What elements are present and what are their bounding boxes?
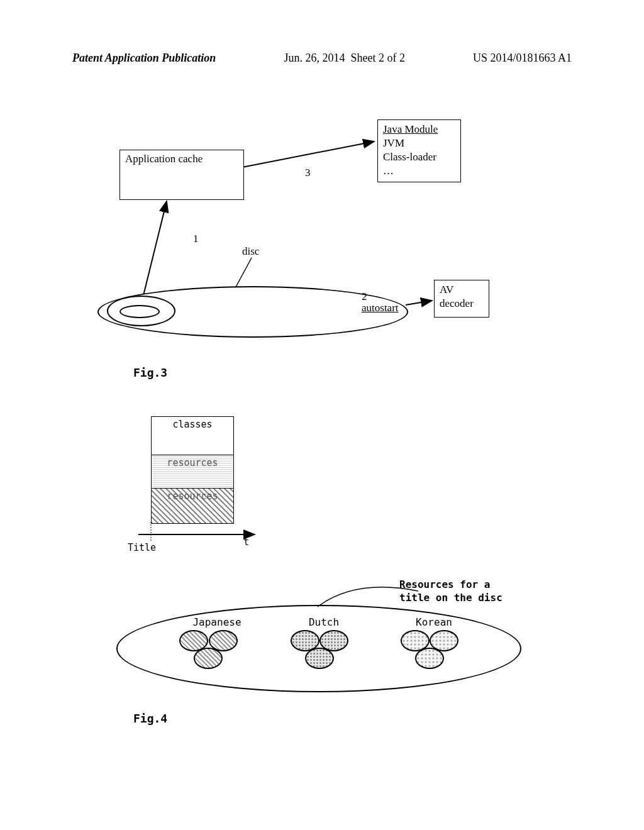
application-cache-box: Application cache	[119, 150, 244, 200]
java-module-jvm: JVM	[383, 136, 455, 150]
stack-resources-2: resources	[151, 488, 234, 524]
stack-classes: classes	[151, 416, 234, 456]
av-label: AV	[440, 283, 484, 297]
japanese-label: Japanese	[176, 616, 258, 628]
header-pubno: US 2014/0181663 A1	[473, 52, 572, 65]
fig3-caption: Fig.3	[133, 366, 167, 379]
label-2: 2	[362, 290, 367, 303]
label-autostart: autostart	[362, 302, 399, 314]
dutch-disc-3	[305, 648, 334, 669]
page-header: Patent Application Publication Jun. 26, …	[0, 52, 644, 65]
japanese-group: Japanese	[176, 616, 258, 628]
application-cache-label: Application cache	[125, 153, 203, 165]
label-disc: disc	[242, 245, 259, 258]
svg-line-1	[239, 141, 374, 168]
t-axis-label: t	[243, 536, 249, 548]
java-module-box: Java Module JVM Class-loader …	[377, 119, 461, 182]
av-decoder-box: AV decoder	[434, 280, 489, 318]
jap-disc-3	[194, 648, 223, 669]
dutch-label: Dutch	[283, 616, 365, 628]
label-3: 3	[305, 167, 311, 179]
resources-for-title: Resources for a title on the disc	[399, 578, 502, 605]
decoder-label: decoder	[440, 297, 484, 311]
korean-label: Korean	[393, 616, 475, 628]
header-date: Jun. 26, 2014 Sheet 2 of 2	[284, 52, 405, 65]
svg-line-4	[406, 301, 432, 305]
java-module-title: Java Module	[383, 123, 455, 136]
title-axis-label: Title	[128, 542, 156, 553]
label-1: 1	[193, 233, 199, 245]
fig4-caption: Fig.4	[133, 712, 167, 725]
dutch-group: Dutch	[283, 616, 365, 628]
kor-disc-3	[415, 648, 444, 669]
disc-inner-ellipse	[119, 305, 160, 318]
java-module-classloader: Class-loader	[383, 150, 455, 164]
figure-3: Application cache Java Module JVM Class-…	[110, 119, 550, 346]
java-module-ellipsis: …	[383, 164, 455, 178]
figure-4: classes resources resources Title t Reso…	[116, 402, 557, 698]
korean-group: Korean	[393, 616, 475, 628]
header-left: Patent Application Publication	[72, 52, 216, 65]
stack-resources-1: resources	[151, 455, 234, 489]
